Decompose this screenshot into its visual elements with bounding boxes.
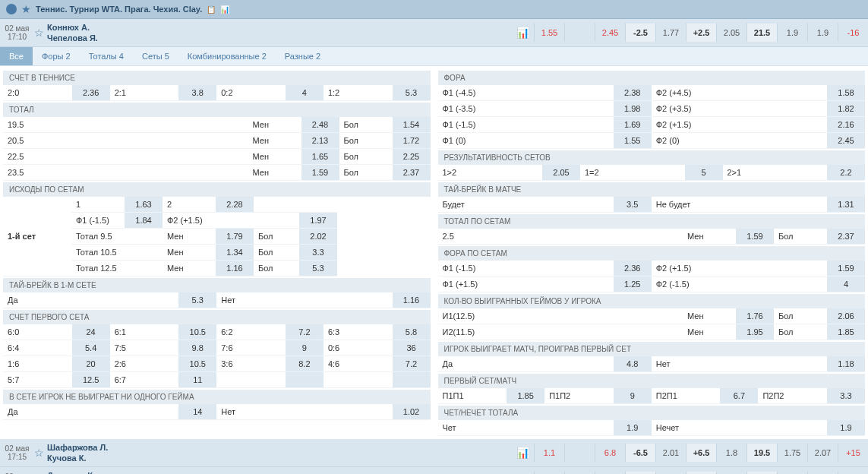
- odds-cell[interactable]: 10.5: [178, 324, 216, 340]
- odds-cell[interactable]: -6.5: [625, 444, 655, 462]
- odds-cell[interactable]: 1.58: [827, 85, 865, 100]
- odds-cell[interactable]: 5.4: [72, 340, 110, 356]
- odds-cell[interactable]: 5.3: [178, 292, 216, 308]
- odds-cell[interactable]: 1.55: [534, 24, 564, 42]
- odds-cell[interactable]: 2.05: [716, 24, 746, 42]
- odds-cell[interactable]: 1.72: [393, 133, 431, 148]
- odds-cell[interactable]: [393, 372, 431, 387]
- odds-cell[interactable]: 1.59: [736, 229, 774, 244]
- odds-cell[interactable]: 5: [685, 165, 723, 180]
- odds-cell[interactable]: 1.34: [216, 245, 254, 261]
- odds-cell[interactable]: 6.8: [595, 444, 625, 462]
- odds-cell[interactable]: 2.28: [216, 197, 254, 213]
- tab[interactable]: Разные 2: [276, 47, 330, 65]
- odds-cell[interactable]: +2.5: [686, 24, 716, 42]
- odds-cell[interactable]: 9: [286, 340, 324, 356]
- odds-cell[interactable]: 1.55: [614, 133, 652, 148]
- odds-cell[interactable]: 2.25: [393, 149, 431, 164]
- odds-cell[interactable]: 1.18: [827, 356, 865, 371]
- odds-cell[interactable]: 2.13: [301, 133, 339, 148]
- odds-cell[interactable]: 1.16: [393, 292, 431, 308]
- odds-cell[interactable]: [564, 444, 595, 462]
- odds-cell[interactable]: 2.37: [393, 165, 431, 180]
- odds-cell[interactable]: 1.59: [301, 165, 339, 180]
- odds-cell[interactable]: 5.3: [299, 261, 337, 276]
- odds-cell[interactable]: -16: [838, 24, 868, 42]
- odds-cell[interactable]: 36: [393, 340, 431, 356]
- odds-cell[interactable]: 20: [72, 356, 110, 371]
- odds-cell[interactable]: 3.3: [299, 245, 337, 261]
- tab[interactable]: Форы 2: [33, 47, 80, 65]
- copy-icon[interactable]: 📋: [207, 5, 216, 14]
- odds-cell[interactable]: 1.65: [301, 149, 339, 164]
- odds-cell[interactable]: 3.3: [827, 388, 865, 403]
- odds-cell[interactable]: 1.84: [125, 213, 163, 229]
- odds-cell[interactable]: 3.5: [614, 197, 652, 212]
- odds-cell[interactable]: 1.76: [736, 308, 774, 324]
- odds-cell[interactable]: 2.07: [807, 444, 838, 462]
- odds-cell[interactable]: 1.16: [216, 261, 254, 276]
- odds-cell[interactable]: 1.82: [827, 101, 865, 116]
- odds-cell[interactable]: 2.48: [301, 117, 339, 132]
- odds-cell[interactable]: 4.8: [614, 356, 652, 371]
- odds-cell[interactable]: 1.63: [125, 197, 163, 213]
- odds-cell[interactable]: 21.5: [746, 24, 777, 42]
- odds-cell[interactable]: -2.5: [625, 24, 655, 42]
- odds-cell[interactable]: 1.8: [716, 444, 746, 462]
- odds-cell[interactable]: 1.9: [614, 420, 652, 435]
- tab[interactable]: Комбинированные 2: [178, 47, 276, 65]
- odds-cell[interactable]: 5.3: [393, 85, 431, 100]
- chart-icon[interactable]: 📊: [516, 447, 529, 459]
- odds-cell[interactable]: +15: [838, 444, 868, 462]
- match-teams[interactable]: Шафаржова Л.Кучова К.: [44, 439, 512, 466]
- odds-cell[interactable]: 10.5: [178, 356, 216, 371]
- odds-cell[interactable]: 19.5: [746, 444, 777, 462]
- odds-cell[interactable]: 1.59: [827, 261, 865, 276]
- odds-cell[interactable]: 9.8: [178, 340, 216, 356]
- odds-cell[interactable]: 1.97: [299, 213, 337, 229]
- stats-icon[interactable]: 📊: [220, 5, 229, 14]
- odds-cell[interactable]: 14: [178, 404, 216, 419]
- odds-cell[interactable]: 1.9: [827, 420, 865, 435]
- odds-cell[interactable]: 1.31: [827, 197, 865, 212]
- odds-cell[interactable]: 3.8: [178, 85, 216, 100]
- match-teams[interactable]: Коннюх А.Чепелова Я.: [44, 19, 512, 46]
- odds-cell[interactable]: 7.2: [286, 324, 324, 340]
- odds-cell[interactable]: 2.36: [72, 85, 110, 100]
- odds-cell[interactable]: 1.95: [736, 324, 774, 340]
- odds-cell[interactable]: 2.05: [542, 165, 580, 180]
- odds-cell[interactable]: 1.98: [614, 101, 652, 116]
- odds-cell[interactable]: 4: [827, 276, 865, 292]
- odds-cell[interactable]: +6.5: [686, 444, 716, 462]
- odds-cell[interactable]: 2.45: [827, 133, 865, 148]
- odds-cell[interactable]: 1.9: [807, 24, 838, 42]
- match-teams[interactable]: Джорджи К.Ван Цян: [44, 467, 512, 474]
- odds-cell[interactable]: 2.06: [827, 308, 865, 324]
- odds-cell[interactable]: 1.69: [614, 117, 652, 132]
- odds-cell[interactable]: 9: [614, 388, 652, 403]
- star-icon[interactable]: ☆: [34, 447, 44, 459]
- odds-cell[interactable]: 12.5: [72, 372, 110, 387]
- odds-cell[interactable]: 2.01: [655, 444, 686, 462]
- odds-cell[interactable]: 2.02: [299, 229, 337, 245]
- tab[interactable]: Тоталы 4: [80, 47, 133, 65]
- odds-cell[interactable]: 2.45: [595, 24, 625, 42]
- odds-cell[interactable]: 1.85: [827, 324, 865, 340]
- odds-cell[interactable]: 2.38: [614, 85, 652, 100]
- odds-cell[interactable]: 1.77: [655, 24, 686, 42]
- odds-cell[interactable]: 5.8: [393, 324, 431, 340]
- odds-cell[interactable]: 1.1: [534, 444, 564, 462]
- odds-cell[interactable]: 6.7: [720, 388, 758, 403]
- star-icon[interactable]: ☆: [34, 27, 44, 39]
- star-icon[interactable]: ★: [21, 3, 31, 15]
- odds-cell[interactable]: 1.02: [393, 404, 431, 419]
- odds-cell[interactable]: 1.54: [393, 117, 431, 132]
- odds-cell[interactable]: 2.37: [827, 229, 865, 244]
- odds-cell[interactable]: 1.85: [507, 388, 544, 403]
- odds-cell[interactable]: 7.2: [393, 356, 431, 371]
- odds-cell[interactable]: 1.9: [777, 24, 807, 42]
- tab[interactable]: Сеты 5: [133, 47, 178, 65]
- odds-cell[interactable]: 4: [286, 85, 324, 100]
- chart-icon[interactable]: 📊: [516, 27, 529, 39]
- odds-cell[interactable]: 2.16: [827, 117, 865, 132]
